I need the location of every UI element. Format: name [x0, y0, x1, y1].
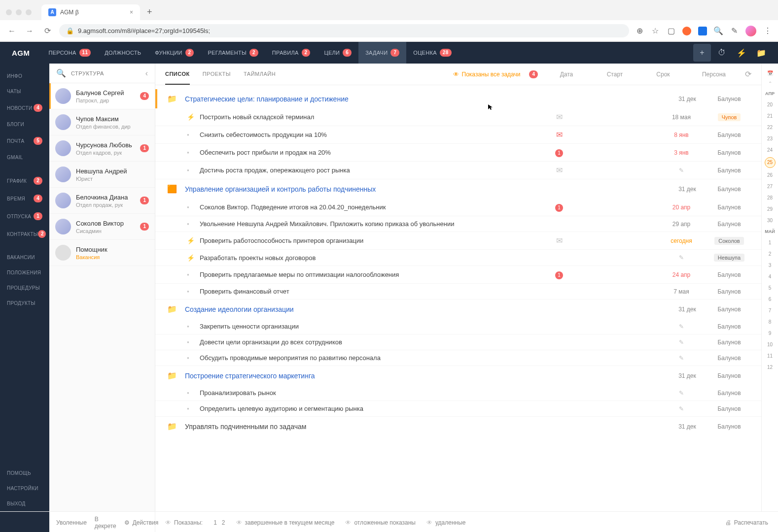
print-button[interactable]: 🖨 Распечатать — [725, 519, 768, 526]
rail-item[interactable]: БЛОГИ — [0, 117, 49, 132]
task-row[interactable]: ●Снизить себестоимость продукции на 10%✉… — [155, 126, 761, 144]
rail-item[interactable]: ВАКАНСИИ — [0, 250, 49, 265]
filter-deferred[interactable]: отложенные показаны — [354, 519, 416, 526]
filter-decree[interactable]: В декрете — [95, 516, 116, 530]
task-group-header[interactable]: 📁Стратегические цели: планирование и дос… — [155, 89, 761, 108]
task-row[interactable]: ⚡Построить новый складской терминал✉18 м… — [155, 108, 761, 126]
person-row[interactable]: Чурсунова ЛюбовьОтдел кадров, рук1 — [49, 135, 155, 162]
cal-day[interactable]: 24 — [762, 144, 778, 156]
main-tab[interactable]: СПИСОК — [165, 64, 190, 85]
cal-day[interactable]: 9 — [762, 328, 778, 339]
profile-avatar[interactable] — [745, 26, 756, 36]
task-row[interactable]: ●Определить целевую аудиторию и сегмента… — [155, 401, 761, 417]
task-row[interactable]: ●Достичь роста продаж, опережающего рост… — [155, 162, 761, 179]
cal-day[interactable]: 27 — [762, 181, 778, 192]
cal-day[interactable]: 28 — [762, 192, 778, 203]
timer-icon[interactable]: ⏱ — [713, 44, 731, 62]
cal-day[interactable]: 20 — [762, 99, 778, 110]
cal-day[interactable]: 7 — [762, 305, 778, 316]
group-title[interactable]: Построение стратегического маркетинга — [185, 372, 583, 380]
traffic-close[interactable] — [6, 9, 12, 15]
task-row[interactable]: ⚡Проверить работоспособность принтеров о… — [155, 232, 761, 250]
task-row[interactable]: ●Обеспечить рост прибыли и продаж на 20%… — [155, 144, 761, 162]
cal-day[interactable]: 1 — [762, 237, 778, 248]
rail-item[interactable]: ЧАТЫ — [0, 84, 49, 99]
rail-bottom-item[interactable]: ВЫХОД — [0, 496, 49, 511]
nav-item-правила[interactable]: ПРАВИЛА2 — [265, 42, 318, 64]
traffic-max[interactable] — [26, 9, 32, 15]
cal-day[interactable]: 26 — [762, 169, 778, 181]
rail-item[interactable]: ПРОДУКТЫ — [0, 296, 49, 311]
person-row[interactable]: Балунов СергейПатрокл, дир4 — [49, 83, 155, 109]
page-number[interactable]: 2 — [222, 519, 225, 526]
rail-bottom-item[interactable]: ПОМОЩЬ — [0, 466, 49, 481]
task-row[interactable]: ●Увольнение Невшупа Андрей Михайлович. П… — [155, 216, 761, 232]
rail-item[interactable]: ГРАФИК2 — [0, 172, 49, 190]
rail-bottom-item[interactable]: НАСТРОЙКИ — [0, 481, 49, 496]
task-group-header[interactable]: 📁Построение стратегического маркетинга31… — [155, 366, 761, 385]
main-tab[interactable]: ТАЙМЛАЙН — [244, 64, 276, 85]
cal-day[interactable]: 4 — [762, 271, 778, 282]
ext-frame-icon[interactable]: ▢ — [667, 27, 675, 35]
nav-item-персона[interactable]: ПЕРСОНА11 — [42, 42, 98, 64]
menu-icon[interactable]: ⋮ — [763, 27, 772, 35]
cal-day[interactable]: 12 — [762, 362, 778, 373]
rail-item[interactable]: ВРЕМЯ4 — [0, 190, 49, 207]
edit-icon[interactable]: ✎ — [679, 405, 684, 412]
edit-icon[interactable]: ✎ — [679, 390, 684, 397]
group-title[interactable]: Создание идеологии организации — [185, 305, 583, 313]
person-row[interactable]: Белочкина ДианаОтдел продаж, рук1 — [49, 188, 155, 214]
filter-deleted[interactable]: удаленные — [435, 519, 466, 526]
bolt-icon[interactable]: ⚡ — [733, 44, 750, 62]
ext-orange-icon[interactable] — [682, 27, 691, 35]
nav-item-цели[interactable]: ЦЕЛИ6 — [317, 42, 358, 64]
filter-fired[interactable]: Уволенные — [56, 519, 87, 526]
cal-day[interactable]: 30 — [762, 215, 778, 226]
cal-day[interactable]: 5 — [762, 282, 778, 294]
nav-item-регламенты[interactable]: РЕГЛАМЕНТЫ2 — [201, 42, 265, 64]
edit-icon[interactable]: ✎ — [679, 323, 684, 330]
rail-item[interactable]: GMAIL — [0, 150, 49, 165]
browser-tab[interactable]: A AGM β × — [41, 4, 140, 20]
rail-item[interactable]: ИНФО — [0, 68, 49, 84]
new-tab-button[interactable]: + — [142, 4, 157, 20]
person-row[interactable]: Чупов МаксимОтдел финансов, дир — [49, 109, 155, 135]
rail-item[interactable]: НОВОСТИ4 — [0, 99, 49, 117]
cal-day[interactable]: 8 — [762, 316, 778, 328]
task-row[interactable]: ●Закрепить ценности организации✎Балунов — [155, 319, 761, 334]
task-row[interactable]: ●Проверить финансовый отчет7 маяБалунов — [155, 284, 761, 299]
person-row[interactable]: Невшупа АндрейЮрист — [49, 162, 155, 188]
search-icon[interactable]: 🔍 — [56, 68, 66, 78]
rail-item[interactable]: ОТПУСКА1 — [0, 207, 49, 225]
task-row[interactable]: ●Проанализировать рынок✎Балунов — [155, 385, 761, 401]
group-title[interactable]: Управлять подчиненными по задачам — [185, 423, 583, 431]
filter-completed[interactable]: завершенные в текущем месяце — [245, 519, 335, 526]
cal-day[interactable]: 21 — [762, 110, 778, 122]
task-group-header[interactable]: 🟧Управление организацией и контроль рабо… — [155, 179, 761, 199]
rail-item[interactable]: ПРОЦЕДУРЫ — [0, 280, 49, 296]
task-row[interactable]: ●Довести цели организации до всех сотруд… — [155, 334, 761, 350]
group-title[interactable]: Управление организацией и контроль работ… — [185, 185, 583, 193]
add-button[interactable]: + — [693, 44, 711, 62]
refresh-icon[interactable]: ⟳ — [745, 69, 751, 79]
task-row[interactable]: ⚡Разработать проекты новых договоров✎Нев… — [155, 250, 761, 266]
cal-day[interactable]: 6 — [762, 294, 778, 305]
person-row[interactable]: Соколов ВикторСисадмин1 — [49, 214, 155, 240]
url-field[interactable]: 🔒 9.agmsoft.com/m8/#place=27;orgId=10954… — [59, 24, 629, 37]
main-tab[interactable]: ПРОЕКТЫ — [203, 64, 231, 85]
group-title[interactable]: Стратегические цели: планирование и дост… — [185, 95, 583, 103]
task-group-header[interactable]: 📁Создание идеологии организации31 декБал… — [155, 299, 761, 319]
edit-icon[interactable]: ✎ — [679, 355, 684, 362]
collapse-panel-icon[interactable]: ‹ — [145, 69, 148, 78]
forward-button[interactable]: → — [24, 25, 35, 37]
task-row[interactable]: ●Соколов Виктор. Подведение итогов на 20… — [155, 199, 761, 216]
ext-wand-icon[interactable]: ✎ — [730, 27, 739, 35]
cal-day[interactable]: 11 — [762, 350, 778, 362]
cal-day[interactable]: 10 — [762, 339, 778, 350]
nav-item-функции[interactable]: ФУНКЦИИ2 — [148, 42, 201, 64]
rail-item[interactable]: ПОЛОЖЕНИЯ — [0, 265, 49, 280]
back-button[interactable]: ← — [6, 25, 18, 37]
shown-all-label[interactable]: 👁 Показаны все задачи — [453, 71, 521, 78]
ext-add-icon[interactable]: ⊕ — [635, 27, 644, 35]
reload-button[interactable]: ⟳ — [41, 25, 53, 37]
